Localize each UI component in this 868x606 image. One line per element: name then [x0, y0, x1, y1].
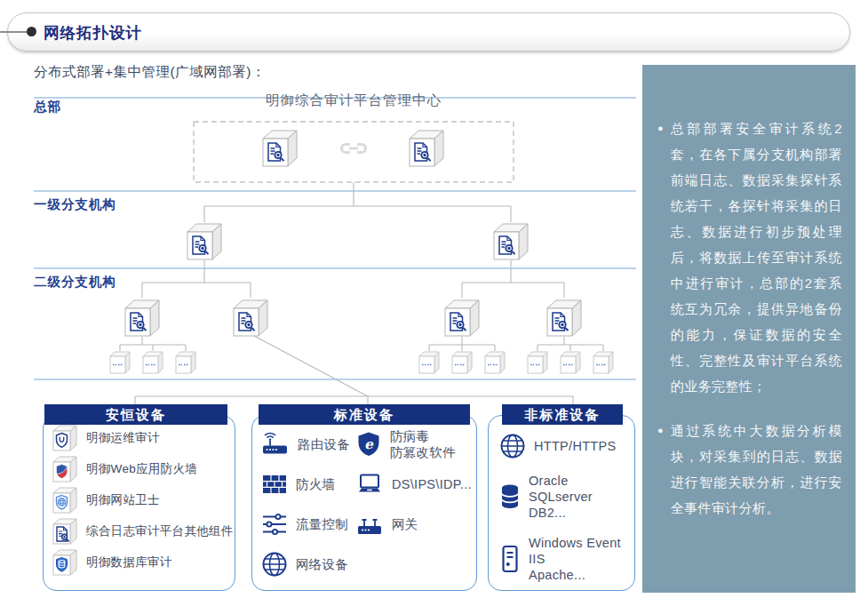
leaf-device-box-icon	[418, 350, 441, 375]
traffic-sliders-icon	[261, 513, 288, 536]
router-icon	[261, 432, 290, 457]
device-label: Windows Event IIS Apache...	[529, 535, 621, 583]
device-label: 防病毒 防篡改软件	[390, 428, 456, 460]
audit-platform-node-icon	[185, 221, 224, 262]
device-label: 路由设备	[298, 436, 350, 453]
leaf-device-box-icon	[559, 350, 582, 375]
log-audit-doc-icon	[52, 517, 78, 546]
list-item: 防病毒 防篡改软件	[355, 427, 472, 461]
device-label: 明御数据库审计	[86, 554, 172, 570]
audit-platform-node-icon	[491, 221, 530, 262]
standard-devices-left-column: 路由设备 防火墙 流量控制 网络设备	[261, 427, 350, 581]
leaf-device-box-icon	[526, 350, 549, 375]
sidebar-bullet-item: ● 总部部署安全审计系统2套，在各下属分支机构部署前端日志、数据采集探针系统若干…	[657, 116, 842, 399]
leaf-device-box-icon	[483, 350, 506, 375]
list-item: 明御Web应用防火墙	[52, 457, 234, 482]
hq-platform-title: 明御综合审计平台管理中心	[194, 92, 514, 110]
nonstandard-devices-list: HTTP/HTTPS Oracle SQLserver DB2... Windo…	[499, 432, 621, 585]
audit-platform-node-icon	[442, 298, 482, 339]
row-label-headquarters: 总部	[34, 99, 61, 116]
list-item: 路由设备	[261, 427, 350, 461]
gateway-icon	[355, 513, 384, 536]
audit-platform-node-icon	[123, 298, 162, 339]
firewall-icon	[261, 473, 288, 496]
list-item: 明御网站卫士	[52, 488, 234, 513]
device-label: DS\IPS\IDP...	[392, 477, 472, 491]
header-connector-line	[0, 31, 30, 33]
device-label: 明御运维审计	[86, 430, 160, 446]
list-item: HTTP/HTTPS	[499, 432, 621, 460]
title-bullet-icon	[27, 27, 36, 36]
description-sidebar: ● 总部部署安全审计系统2套，在各下属分支机构部署前端日志、数据采集探针系统若干…	[642, 65, 856, 593]
list-item: 流量控制	[261, 507, 350, 541]
audit-platform-node-icon	[545, 298, 584, 339]
leaf-device-box-icon	[141, 350, 164, 375]
list-item: 网关	[355, 507, 472, 541]
nonstandard-devices-header: 非标准设备	[502, 404, 623, 425]
leaf-device-box-icon	[592, 350, 615, 375]
anheng-devices-list: 明御运维审计 明御Web应用防火墙 明御网站卫士 综合日志审计平台其他组件 明御…	[52, 426, 234, 575]
leaf-device-box-icon	[108, 350, 131, 375]
laptop-icon	[355, 473, 384, 496]
audit-platform-node-icon	[231, 298, 270, 339]
globe-icon	[261, 551, 288, 578]
list-item: Oracle SQLserver DB2...	[499, 471, 621, 522]
sidebar-bullet-item: ● 通过系统中大数据分析模块，对采集到的日志、数据进行智能关联分析，进行安全事件…	[657, 418, 842, 521]
list-item: DS\IPS\IDP...	[355, 467, 472, 501]
row-label-level1-branch: 一级分支机构	[34, 196, 116, 213]
db-audit-shield-icon	[52, 548, 78, 577]
bullet-dot-icon: ●	[657, 418, 664, 521]
server-tower-icon	[499, 545, 521, 573]
sidebar-bullet-text: 通过系统中大数据分析模块，对采集到的日志、数据进行智能关联分析，进行安全事件审计…	[671, 418, 842, 521]
bullet-dot-icon: ●	[657, 116, 664, 399]
page-title: 网络拓扑设计	[44, 22, 142, 44]
antivirus-shield-icon	[355, 431, 382, 458]
audit-platform-node-icon	[260, 128, 299, 169]
list-item: 网络设备	[261, 547, 350, 581]
globe-icon	[499, 433, 526, 459]
device-label: 流量控制	[296, 516, 348, 533]
device-label: 综合日志审计平台其他组件	[86, 523, 234, 539]
device-label: 网关	[392, 516, 418, 533]
waf-shield-icon	[52, 455, 78, 483]
device-label: Oracle SQLserver DB2...	[529, 473, 593, 521]
standard-devices-right-column: 防病毒 防篡改软件 DS\IPS\IDP... 网关	[355, 427, 472, 541]
list-item: 明御数据库审计	[52, 550, 234, 575]
deployment-subtitle: 分布式部署+集中管理(广域网部署)：	[34, 63, 266, 82]
device-label: 明御Web应用防火墙	[86, 461, 197, 477]
sidebar-bullet-text: 总部部署安全审计系统2套，在各下属分支机构部署前端日志、数据采集探针系统若干，各…	[671, 116, 842, 399]
list-item: Windows Event IIS Apache...	[499, 533, 621, 585]
ha-link-icon	[338, 140, 370, 156]
list-item: 防火墙	[261, 467, 350, 501]
leaf-device-box-icon	[174, 350, 197, 375]
row-label-level2-branch: 二级分支机构	[34, 274, 116, 291]
ops-audit-shield-icon	[52, 424, 78, 452]
device-label: 防火墙	[296, 476, 335, 493]
list-item: 明御运维审计	[52, 426, 234, 451]
database-icon	[499, 483, 521, 510]
device-label: 网络设备	[296, 556, 348, 573]
anheng-devices-header: 安恒设备	[44, 404, 227, 425]
website-guard-shield-icon	[52, 486, 78, 514]
audit-platform-node-icon	[407, 128, 446, 169]
device-label: HTTP/HTTPS	[534, 439, 616, 453]
list-item: 综合日志审计平台其他组件	[52, 519, 234, 544]
device-label: 明御网站卫士	[86, 492, 160, 508]
leaf-device-box-icon	[450, 350, 474, 375]
standard-devices-header: 标准设备	[259, 404, 470, 425]
